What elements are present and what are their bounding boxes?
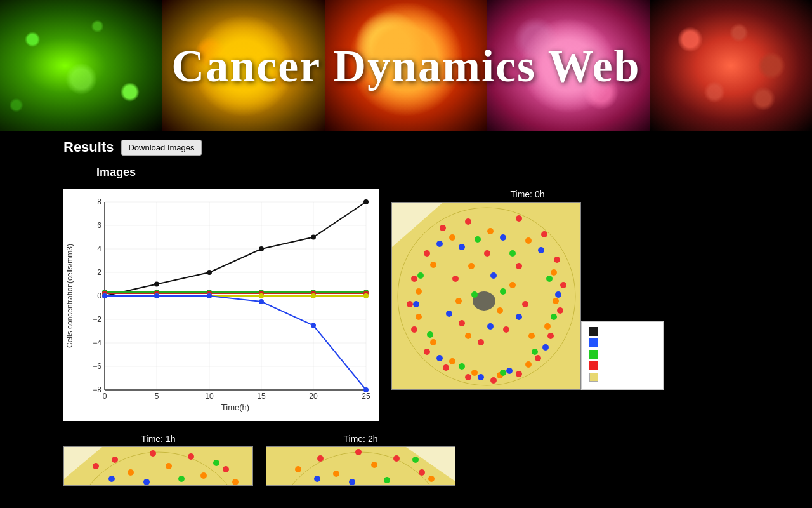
svg-point-73 [560,282,566,288]
svg-point-148 [200,472,207,479]
svg-point-98 [544,323,551,330]
scatter-time-2h: Time: 2h [344,434,378,444]
svg-text:25: 25 [362,392,370,401]
svg-point-94 [487,228,494,234]
charts-row: 8 6 4 2 0 −2 −4 −6 −8 0 5 10 15 20 [63,189,749,421]
svg-point-167 [384,477,390,483]
svg-text:Time(h): Time(h) [221,403,249,412]
svg-point-150 [143,479,150,485]
results-header: Results Download Images [63,139,749,156]
svg-point-166 [349,479,355,485]
svg-point-69 [465,218,471,225]
svg-point-86 [484,250,490,257]
svg-point-77 [516,371,522,377]
scatter-image-2h [266,446,455,486]
legend-item-il2: IL-2 [589,373,655,382]
svg-point-75 [547,333,554,339]
svg-point-129 [546,276,553,282]
svg-point-87 [452,276,459,282]
svg-point-81 [424,349,430,355]
svg-point-132 [500,370,506,376]
svg-point-121 [413,301,419,307]
svg-text:−6: −6 [93,362,102,371]
svg-point-134 [427,331,433,338]
svg-text:15: 15 [257,392,266,401]
svg-point-118 [506,368,513,374]
svg-point-89 [503,326,509,333]
legend-label-cd4: CD4 T cells [602,338,641,347]
svg-point-70 [516,215,522,222]
scatter-wrapper-0h: Tumor cells CD4 T cells Dendritic cells … [391,202,664,390]
svg-point-80 [443,364,449,371]
svg-point-112 [528,333,535,339]
svg-point-143 [150,450,156,457]
svg-point-127 [475,236,481,243]
line-chart: 8 6 4 2 0 −2 −4 −6 −8 0 5 10 15 20 [63,189,379,421]
svg-point-116 [555,291,561,298]
svg-point-101 [471,370,478,376]
legend-label-dendritic: Dendritic cells [602,350,650,359]
scatter-image-0h [391,202,581,390]
svg-point-168 [412,457,419,463]
svg-text:−4: −4 [93,338,102,347]
legend-color-cd8 [589,361,598,370]
svg-point-161 [419,469,425,476]
svg-point-128 [509,250,516,257]
svg-point-93 [449,234,455,241]
scatter-time-1h: Time: 1h [141,434,176,444]
svg-point-153 [93,463,99,469]
svg-point-61 [207,293,212,298]
download-images-button[interactable]: Download Images [121,140,201,156]
svg-point-88 [516,263,522,269]
svg-point-135 [417,272,424,279]
svg-point-37 [207,270,212,275]
scatter-image-1h [63,446,253,486]
svg-point-59 [102,293,107,298]
svg-point-97 [553,298,559,304]
svg-point-110 [455,298,462,304]
svg-point-115 [538,247,544,253]
svg-point-151 [178,476,185,482]
svg-text:0: 0 [103,392,107,401]
svg-point-103 [430,339,436,345]
svg-point-122 [436,241,443,247]
svg-point-130 [551,314,557,320]
legend-item-cd8: CD8 T cells [589,361,655,370]
svg-text:0: 0 [97,291,102,300]
svg-point-60 [154,293,159,298]
svg-point-146 [128,469,134,476]
header-banner: Cancer Dynamics Web [0,0,812,131]
svg-point-113 [459,244,465,250]
svg-point-106 [430,262,436,268]
svg-point-96 [551,269,557,276]
svg-point-90 [459,320,465,326]
svg-point-102 [449,358,455,364]
svg-point-162 [333,471,339,477]
scatter-plot-1h: Time: 1h [63,434,253,486]
svg-point-79 [465,374,471,380]
svg-point-85 [424,250,430,257]
svg-point-108 [509,282,516,288]
svg-point-105 [416,288,422,295]
legend-label-tumor: Tumor cells [602,327,641,336]
svg-point-125 [516,314,522,320]
svg-point-159 [355,449,362,455]
svg-point-114 [500,234,506,241]
svg-point-160 [393,455,400,462]
svg-point-84 [411,276,417,282]
svg-point-109 [497,307,503,314]
svg-point-154 [232,479,239,485]
legend-color-tumor [589,327,598,336]
svg-point-63 [311,323,316,328]
svg-text:8: 8 [97,197,102,206]
svg-point-144 [188,453,194,460]
svg-point-78 [490,377,497,384]
scatter-plot-0h: Time: 0h [391,189,664,390]
svg-point-74 [557,307,563,314]
svg-point-92 [522,301,528,307]
site-title: Cancer Dynamics Web [0,39,812,92]
svg-point-62 [259,299,264,304]
svg-text:Cells concentration(cells/mm3): Cells concentration(cells/mm3) [65,244,74,348]
svg-point-57 [311,293,316,298]
svg-point-107 [468,263,475,269]
